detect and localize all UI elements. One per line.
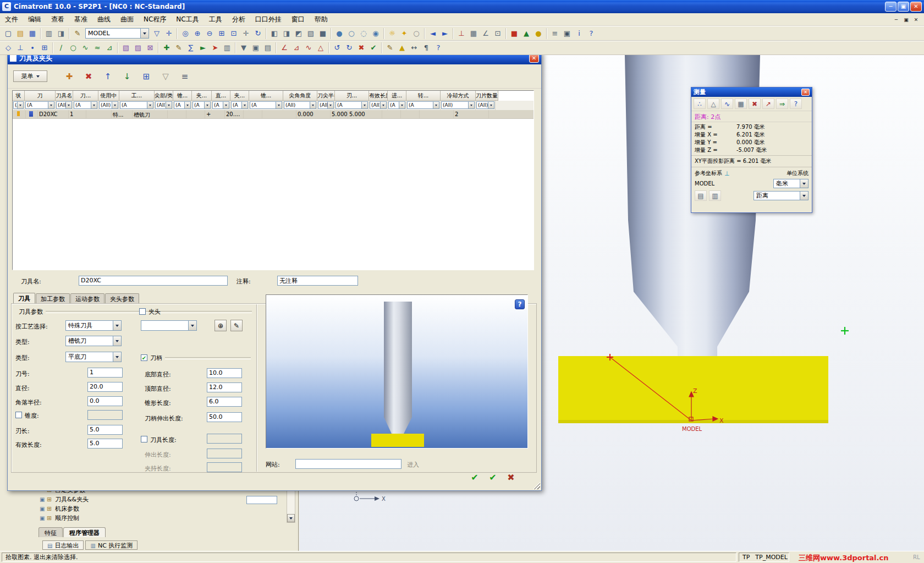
measure-type-combo[interactable]: 距离 bbox=[754, 191, 809, 200]
nc-postprocess-icon[interactable]: ➤ bbox=[209, 42, 221, 53]
grid-filter-select[interactable]: (All) bbox=[318, 101, 334, 109]
layers-icon[interactable]: ≡ bbox=[549, 28, 561, 39]
measure-help-icon[interactable]: ? bbox=[790, 99, 802, 109]
corner-radius-input[interactable]: 0.0 bbox=[87, 396, 123, 406]
grid-filter-select[interactable]: (A bbox=[231, 101, 248, 109]
grid-column-header[interactable]: 夹... bbox=[192, 91, 212, 101]
zoom-out-icon[interactable]: ⊖ bbox=[204, 28, 216, 39]
grid-column-header[interactable]: 刀 bbox=[25, 91, 56, 101]
translucent-icon[interactable]: ◉ bbox=[370, 28, 382, 39]
menu-item[interactable]: 查看 bbox=[46, 13, 69, 26]
grid-cell[interactable]: 槽铣刀 bbox=[133, 110, 168, 118]
tab-log-output[interactable]: ▤ 日志输出 bbox=[42, 540, 84, 550]
grid-filter-select[interactable]: (All) bbox=[284, 101, 316, 109]
filter-dropdown-icon[interactable] bbox=[380, 102, 386, 108]
delete-icon[interactable]: ✖ bbox=[355, 42, 367, 53]
combo-dropdown-icon[interactable] bbox=[113, 336, 121, 346]
grid-filter-select[interactable]: (All) bbox=[155, 101, 172, 109]
tab-nc-monitor[interactable]: ▥ NC 执行监测 bbox=[85, 540, 138, 550]
grid-column-header[interactable]: 刃... bbox=[335, 91, 369, 101]
combo-dropdown-icon[interactable] bbox=[140, 29, 148, 38]
tree-scrollbar[interactable] bbox=[287, 485, 295, 523]
grid-filter-select[interactable]: (A bbox=[193, 101, 211, 109]
info-icon[interactable]: i bbox=[573, 28, 585, 39]
tool-table-icon[interactable]: ≡ bbox=[178, 70, 191, 83]
grid-filter-select[interactable]: (A bbox=[407, 101, 439, 109]
shaded-icon[interactable]: ● bbox=[333, 28, 345, 39]
context-help-icon[interactable]: ? bbox=[432, 42, 444, 53]
redraw-icon[interactable]: ◎ bbox=[179, 28, 191, 39]
combo-dropdown-icon[interactable] bbox=[800, 192, 808, 200]
grid-filter-select[interactable]: (A bbox=[74, 101, 97, 109]
previous-view-icon[interactable]: ◄ bbox=[427, 28, 439, 39]
menu-item[interactable]: 工具 bbox=[204, 13, 227, 26]
new-file-icon[interactable]: ▢ bbox=[2, 28, 14, 39]
filter-dropdown-icon[interactable] bbox=[276, 102, 282, 108]
nc-calculate-icon[interactable]: ∑ bbox=[185, 42, 197, 53]
nc-create-icon[interactable]: ✚ bbox=[161, 42, 173, 53]
flag-icon[interactable]: ▲ bbox=[396, 42, 408, 53]
preview-help-button[interactable]: ? bbox=[515, 299, 525, 309]
dimension-icon[interactable]: ↔ bbox=[408, 42, 420, 53]
holder-select[interactable] bbox=[141, 320, 197, 331]
tab-program-manager[interactable]: 程序管理器 bbox=[63, 527, 106, 537]
menu-item[interactable]: NC程序 bbox=[139, 13, 171, 26]
view-iso-icon[interactable]: ◧ bbox=[268, 28, 280, 39]
mdi-close-button[interactable]: ✕ bbox=[911, 15, 921, 24]
measure-export-icon[interactable]: ⇒ bbox=[776, 99, 788, 109]
combo-dropdown-icon[interactable] bbox=[800, 179, 808, 188]
effective-length-input[interactable]: 5.0 bbox=[87, 439, 123, 449]
comment-input[interactable]: 无注释 bbox=[277, 276, 358, 286]
ok-button[interactable]: ✔ bbox=[469, 472, 481, 484]
measure-distance-icon[interactable]: ∴ bbox=[694, 99, 706, 109]
resize-grip[interactable] bbox=[533, 482, 540, 489]
grid-column-header[interactable]: 刀尖半径 bbox=[317, 91, 335, 101]
grid-filter-select[interactable]: (All) bbox=[476, 101, 494, 109]
menu-item[interactable]: 分析 bbox=[227, 13, 250, 26]
undo-icon[interactable]: ↺ bbox=[331, 42, 343, 53]
grid-column-header[interactable]: 有效长度 bbox=[369, 91, 388, 101]
spline-icon[interactable]: ∿ bbox=[79, 42, 91, 53]
close-button[interactable]: ✕ bbox=[910, 2, 922, 12]
import-tool-icon[interactable]: ↑ bbox=[101, 70, 114, 83]
diameter-input[interactable]: 20.0 bbox=[87, 382, 123, 392]
filter-dropdown-icon[interactable] bbox=[65, 102, 72, 108]
measure-angle-icon[interactable]: ⊿ bbox=[290, 42, 302, 53]
filter-dropdown-icon[interactable] bbox=[468, 102, 474, 108]
measure-normal-icon[interactable]: ↗ bbox=[762, 99, 774, 109]
grid-filter-select[interactable]: (A bbox=[212, 101, 229, 109]
datum-axis-icon[interactable]: ⊥ bbox=[14, 42, 26, 53]
delete-tool-icon[interactable]: ✖ bbox=[82, 70, 95, 83]
filter-dropdown-icon[interactable] bbox=[48, 102, 54, 108]
datum-csys-icon[interactable]: ⊞ bbox=[38, 42, 51, 53]
nc-simulate-icon[interactable]: ► bbox=[197, 42, 209, 53]
grid-column-header[interactable]: 转... bbox=[406, 91, 441, 101]
wireframe-icon[interactable]: ○ bbox=[345, 28, 358, 39]
holder-checkbox[interactable] bbox=[139, 308, 146, 315]
menu-item[interactable]: 文件 bbox=[0, 13, 23, 26]
grid-cell[interactable]: 特... bbox=[112, 110, 133, 118]
process-select[interactable]: 特殊刀具 bbox=[65, 320, 122, 331]
tree-inline-field[interactable] bbox=[246, 496, 277, 504]
properties-icon[interactable]: ▣ bbox=[561, 28, 573, 39]
unit-combo[interactable]: 毫米 bbox=[773, 179, 809, 188]
menu-item[interactable]: 口口外挂 bbox=[250, 13, 287, 26]
circle-icon[interactable]: ○ bbox=[67, 42, 79, 53]
grid-filter-select[interactable]: (All) bbox=[99, 101, 118, 109]
measure-curve-icon[interactable]: ∿ bbox=[721, 99, 733, 109]
grid-column-header[interactable]: 锥... bbox=[249, 91, 283, 101]
tab-tool[interactable]: 刀具 bbox=[13, 293, 35, 303]
grid-column-header[interactable]: 刀具名 bbox=[56, 91, 73, 101]
model-combo[interactable]: MODEL bbox=[85, 28, 149, 39]
show-all-icon[interactable]: ☼ bbox=[386, 28, 398, 39]
zoom-window-icon[interactable]: ⊞ bbox=[216, 28, 228, 39]
grid-filter-select[interactable]: (A bbox=[13, 101, 24, 109]
combo-dropdown-icon[interactable] bbox=[113, 321, 121, 330]
datum-point-icon[interactable]: ∙ bbox=[26, 42, 38, 53]
grid-cell[interactable]: + bbox=[205, 110, 225, 118]
tool-number-input[interactable]: 1 bbox=[87, 368, 123, 378]
measure-dialog-titlebar[interactable]: 测量 ✕ bbox=[691, 88, 812, 97]
filter-dropdown-icon[interactable] bbox=[91, 102, 97, 108]
grid-column-header[interactable]: 刀片数量 bbox=[476, 91, 498, 101]
tree-item[interactable]: ▣ ⊞ 刀具&&夹头 bbox=[40, 495, 282, 504]
